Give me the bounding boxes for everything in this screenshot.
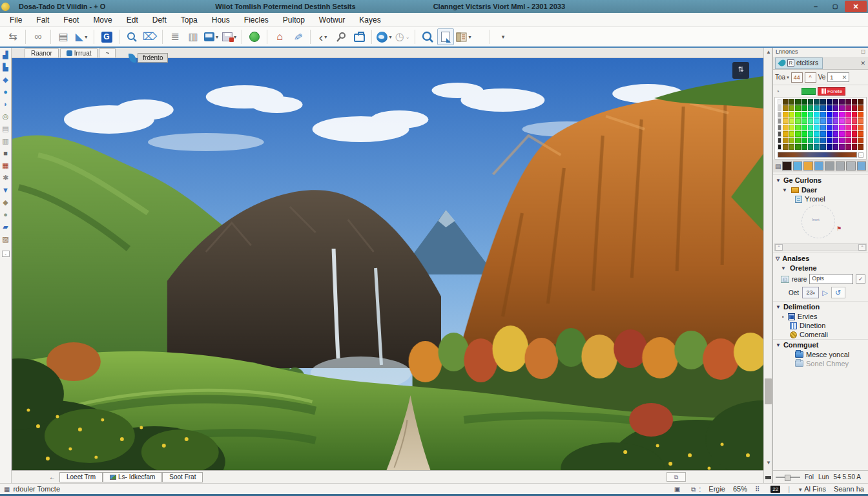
palette-cell[interactable] <box>814 138 820 143</box>
tree-item-daer[interactable]: ▼Daer <box>773 185 868 194</box>
palette-cell[interactable] <box>783 99 789 105</box>
letter-g-icon[interactable]: G <box>98 28 115 45</box>
list-icon[interactable]: ≣ <box>167 28 183 45</box>
sheet-back-button[interactable]: ← <box>45 473 59 480</box>
palette-cell[interactable] <box>858 144 863 150</box>
palette-cell[interactable] <box>852 144 858 150</box>
palette-cell[interactable] <box>808 112 814 118</box>
sheet-tab-2[interactable]: Ls- Idkecfam <box>103 472 162 482</box>
floating-tool-chip[interactable]: frdento <box>129 53 168 63</box>
page-icon[interactable] <box>437 28 454 45</box>
play-icon[interactable]: ▷ <box>822 289 827 297</box>
grid-button-2[interactable]: ^ <box>805 72 816 83</box>
palette-cell[interactable] <box>801 125 807 130</box>
palette-cell[interactable] <box>852 125 858 130</box>
palette-cell[interactable] <box>833 118 839 124</box>
palette-cell[interactable] <box>808 131 814 137</box>
palette-cell[interactable] <box>820 125 826 130</box>
palette-cell[interactable] <box>789 131 795 137</box>
recent-swatch-2[interactable] <box>793 161 802 170</box>
palette-cell[interactable] <box>827 112 832 118</box>
palette-cell[interactable] <box>833 144 839 150</box>
tool-icon-3[interactable]: ◆ <box>1 75 10 84</box>
palette-cell[interactable] <box>858 118 863 124</box>
eraser-icon[interactable]: ⌦ <box>141 28 158 45</box>
palette-cell[interactable] <box>820 131 826 137</box>
palette-cell[interactable] <box>839 131 845 137</box>
mode-dropdown[interactable]: ▼ Al Fins <box>798 485 826 493</box>
grid-button-1[interactable]: 44 <box>791 72 803 83</box>
palette-cell[interactable] <box>801 99 807 105</box>
palette-cell[interactable] <box>783 144 789 150</box>
recent-swatch-5[interactable] <box>825 161 834 170</box>
palette-cell[interactable] <box>808 118 814 124</box>
menu-item-pultop[interactable]: Pultop <box>276 14 312 26</box>
palette-cell[interactable] <box>820 118 826 124</box>
minimize-button[interactable]: – <box>806 1 825 12</box>
palette-cell[interactable] <box>789 105 795 111</box>
palette-cell[interactable] <box>795 125 801 130</box>
palette-cell[interactable] <box>801 138 807 143</box>
doc-tab-2[interactable]: Irrruat <box>60 48 98 57</box>
palette-cell[interactable] <box>783 138 789 143</box>
tool-icon-10[interactable]: ▦ <box>1 161 10 170</box>
globe-icon[interactable]: ▾ <box>376 28 393 45</box>
palette-cell[interactable] <box>801 105 807 111</box>
tree-item-ervies[interactable]: ▪Ervies <box>773 312 868 321</box>
palette-cell[interactable] <box>833 138 839 143</box>
palette-cell[interactable] <box>858 125 863 130</box>
palette-cell[interactable] <box>783 112 789 118</box>
tool-icon-14[interactable]: ● <box>1 210 10 219</box>
section-ge-curlons[interactable]: ▼Ge Curlons <box>773 174 868 185</box>
refresh-icon[interactable]: ↺ <box>831 287 845 298</box>
palette-cell[interactable] <box>789 99 795 105</box>
palette-cell[interactable] <box>852 105 858 111</box>
palette-cell[interactable] <box>814 125 820 130</box>
palette-cell[interactable] <box>795 105 801 111</box>
palette-cell[interactable] <box>789 125 795 130</box>
panel-tab-properties[interactable]: R etcitisrs <box>775 57 823 69</box>
tool-icon-13[interactable]: ◆ <box>1 198 10 207</box>
tool-icon-11[interactable]: ✱ <box>1 173 10 182</box>
grayscale-cell[interactable] <box>778 105 781 111</box>
palette-cell[interactable] <box>795 144 801 150</box>
menu-item-edt[interactable]: Edt <box>119 14 145 26</box>
canvas-image[interactable]: ⇅··· <box>12 58 763 470</box>
palette-cell[interactable] <box>814 118 820 124</box>
panel-icon[interactable]: ▾ <box>203 28 220 45</box>
tool-icon-7[interactable]: ▤ <box>1 124 10 133</box>
menu-item-fiecles[interactable]: Fiecles <box>237 14 276 26</box>
palette-cell[interactable] <box>808 105 814 111</box>
more-dropdown-icon[interactable]: ▾ <box>494 28 511 45</box>
scale-value[interactable]: 54 5.50 A <box>834 473 861 480</box>
doc-tab-3[interactable]: ~ <box>99 48 116 57</box>
section-conmguet[interactable]: ▼Conmguet <box>773 339 868 350</box>
home-icon[interactable]: ⌂ <box>271 28 288 45</box>
palette-cell[interactable] <box>801 118 807 124</box>
back-chevron-icon[interactable]: ‹▾ <box>315 28 331 45</box>
menu-item-kayes[interactable]: Kayes <box>352 14 388 26</box>
menu-item-deft[interactable]: Deft <box>145 14 174 26</box>
doc-tab-1[interactable]: Raanor <box>25 48 59 57</box>
gradient-more-icon[interactable]: · <box>858 152 863 158</box>
palette-cell[interactable] <box>820 105 826 111</box>
palette-cell[interactable] <box>858 112 863 118</box>
palette-cell[interactable] <box>833 105 839 111</box>
menu-item-hous[interactable]: Hous <box>205 14 237 26</box>
tree-item-mesce[interactable]: Mesce yoncal <box>773 350 868 359</box>
tool-icon-1[interactable]: ▟ <box>1 50 10 59</box>
palette-cell[interactable] <box>827 99 832 105</box>
recent-swatch-6[interactable] <box>836 161 845 170</box>
recent-swatch-3[interactable] <box>803 161 812 170</box>
palette-cell[interactable] <box>783 131 789 137</box>
palette-cell[interactable] <box>795 112 801 118</box>
palette-cell[interactable] <box>839 138 845 143</box>
grayscale-cell[interactable] <box>778 144 781 150</box>
pages-icon[interactable]: ⧉ <box>691 486 696 493</box>
palette-cell[interactable] <box>801 131 807 137</box>
palette-cell[interactable] <box>833 99 839 105</box>
canvas-overlay-badge[interactable]: ⇅··· <box>732 62 749 79</box>
palette-cell[interactable] <box>858 138 863 143</box>
grayscale-cell[interactable] <box>778 131 781 137</box>
palette-cell[interactable] <box>789 112 795 118</box>
